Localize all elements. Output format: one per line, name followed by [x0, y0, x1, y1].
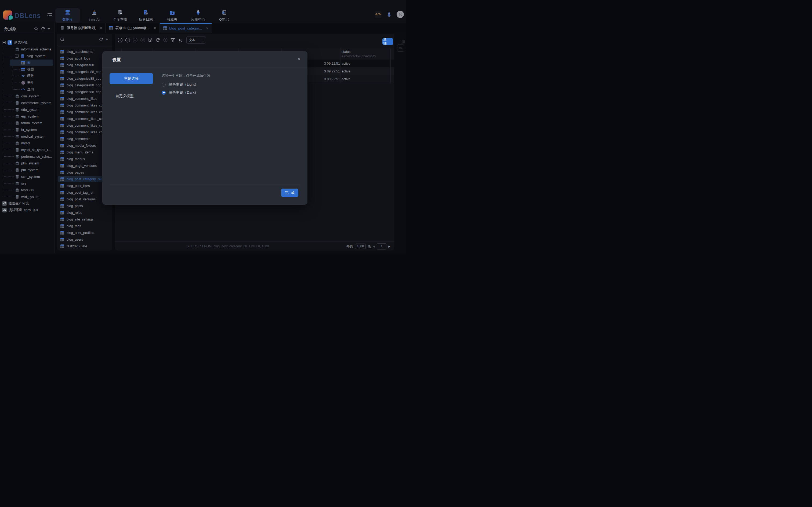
table-icon — [60, 70, 64, 74]
search-icon[interactable] — [60, 37, 65, 42]
theme-option-dark[interactable]: 深色主题（Dark） — [162, 90, 198, 95]
tree-item-information-schema[interactable]: information_schema — [0, 46, 54, 53]
code-icon[interactable]: </> — [374, 11, 382, 18]
refresh-icon[interactable] — [41, 26, 45, 31]
done-button[interactable]: 完 成 — [281, 188, 298, 197]
rocket-icon[interactable] — [387, 11, 392, 17]
tree-item-测试环境[interactable]: 测试环境 — [0, 39, 54, 46]
table-item-blog_roles[interactable]: blog_roles — [57, 209, 112, 216]
collapse-expander-icon[interactable] — [15, 54, 18, 58]
tree-item-mysql-all-types-t-[interactable]: mysql_all_types_t... — [0, 147, 54, 153]
database-icon: 6"> — [64, 9, 71, 16]
tree-item-函数[interactable]: fx函数 — [0, 73, 54, 79]
tree-item-事件[interactable]: 事件 — [0, 79, 54, 86]
more-icon[interactable]: … — [198, 38, 206, 42]
robot-icon — [91, 10, 98, 17]
tree-item-erp-system[interactable]: erp_system — [0, 113, 54, 120]
close-icon[interactable]: × — [206, 26, 208, 30]
tree-item-pm-system[interactable]: pm_system — [0, 167, 54, 173]
remove-row-icon[interactable] — [125, 38, 130, 43]
tree-item-plm-system[interactable]: plm_system — [0, 160, 54, 167]
modal-nav-theme[interactable]: 主题选择 — [110, 73, 153, 84]
radio-icon-checked[interactable] — [162, 91, 166, 95]
next-page-icon[interactable]: ▶ — [388, 245, 391, 248]
refresh-icon[interactable] — [155, 38, 160, 43]
rollback-icon[interactable] — [140, 38, 145, 43]
plus-icon[interactable]: + — [48, 26, 52, 31]
theme-option-light[interactable]: 浅色主题（Light） — [162, 82, 198, 87]
radio-icon[interactable] — [162, 82, 166, 87]
tree-item-wiki-system[interactable]: wiki_system — [0, 193, 54, 200]
tree-item-medical-system[interactable]: medical_system — [0, 133, 54, 140]
nav-item-app-center[interactable]: 应用中心 — [186, 8, 210, 23]
avatar[interactable] — [397, 11, 404, 18]
database-icon — [20, 54, 25, 58]
tree-item-ecommerce-system[interactable]: ecommerce_system — [0, 100, 54, 106]
database-icon — [15, 121, 19, 125]
sort-icon[interactable] — [178, 38, 183, 43]
modal-nav-custom-model[interactable]: 自定义模型 — [115, 94, 134, 99]
close-icon[interactable]: × — [154, 26, 156, 30]
filter-icon[interactable] — [170, 38, 175, 43]
tree-item-查询[interactable]: </>查询 — [0, 86, 54, 93]
column-header-status[interactable]: status — [342, 50, 350, 54]
tab-blog-post-categor-[interactable]: blog_post_categor... × — [160, 23, 212, 33]
nav-item-robot[interactable]: LensAI — [82, 8, 107, 23]
tree-item-测试环境-copy-001[interactable]: 测试环境_copy_001 — [0, 207, 54, 214]
tree-item-performance-sche-[interactable]: performance_sche... — [0, 153, 54, 160]
tree-item-视图[interactable]: 视图 — [0, 66, 54, 73]
nav-item-favorites-folder[interactable]: 收藏夹 — [160, 8, 185, 23]
tree-item-mysql[interactable]: mysql — [0, 140, 54, 147]
tree-item-表[interactable]: 表 — [0, 59, 54, 66]
tree-item-forum-system[interactable]: forum_system — [0, 120, 54, 126]
tab--[interactable]: 服务器@测试环境 × — [57, 23, 106, 33]
tree-item-hr-system[interactable]: hr_system — [0, 126, 54, 133]
add-row-icon[interactable] — [118, 38, 123, 43]
table-item-test20250204[interactable]: test20250204 — [57, 243, 112, 249]
table-item-blog_users[interactable]: blog_users — [57, 236, 112, 243]
nav-item-history-log[interactable]: 历史日志 — [134, 8, 158, 23]
ddl-icon[interactable]: DDL — [397, 45, 404, 52]
page-size-input[interactable]: 1000 — [355, 243, 366, 249]
plus-icon[interactable]: + — [106, 37, 108, 42]
table-icon — [60, 63, 64, 67]
run-script-icon[interactable] — [148, 38, 153, 43]
tree-item-隧道生产环境[interactable]: 隧道生产环境 — [0, 200, 54, 207]
tree-item-test1213[interactable]: test1213 — [0, 187, 54, 193]
table-item-blog_tags[interactable]: blog_tags — [57, 223, 112, 229]
datasource-tree: 测试环境information_schemablog_system表视图fx函数… — [0, 39, 54, 214]
table-item-blog_user_profiles[interactable]: blog_user_profiles — [57, 229, 112, 236]
tab--blog-system-[interactable]: 表@blog_system@... × — [106, 23, 159, 33]
refresh-icon[interactable] — [99, 37, 103, 42]
db-search-icon — [116, 9, 123, 16]
table-icon — [60, 110, 64, 114]
close-icon[interactable]: × — [298, 57, 300, 62]
table-icon — [60, 211, 64, 215]
grid-view-icon[interactable] — [401, 40, 405, 44]
nav-item-notes[interactable]: Q笔记 — [212, 8, 236, 23]
table-icon — [60, 97, 64, 101]
prev-page-icon[interactable]: ◀ — [373, 245, 375, 248]
table-icon — [60, 184, 64, 188]
close-icon[interactable]: × — [100, 26, 102, 30]
tree-item-crm-system[interactable]: crm_system — [0, 93, 54, 100]
tree-item-edu-system[interactable]: edu_system — [0, 106, 54, 113]
sidebar-collapse-icon[interactable] — [47, 13, 52, 18]
text-mode-button[interactable]: 文本 … — [186, 36, 206, 44]
table-icon — [60, 177, 64, 181]
collapse-expander-icon[interactable] — [2, 41, 6, 44]
queries-icon: </> — [21, 88, 25, 92]
commit-icon[interactable] — [133, 38, 138, 43]
page-number-input[interactable]: 1 — [377, 243, 387, 249]
query-button[interactable]: 查 询 — [383, 38, 393, 45]
cell-status: active — [342, 60, 350, 67]
nav-item-db-search[interactable]: 全库查找 — [108, 8, 133, 23]
tree-item-sys[interactable]: sys — [0, 180, 54, 187]
notes-icon — [220, 9, 227, 16]
nav-item-database[interactable]: 6"> 数据库 — [55, 8, 80, 23]
record-icon[interactable] — [163, 38, 168, 43]
search-icon[interactable] — [34, 26, 39, 31]
tree-item-blog-system[interactable]: blog_system — [0, 53, 54, 59]
tree-item-scm-system[interactable]: scm_system — [0, 173, 54, 180]
table-item-blog_site_settings[interactable]: blog_site_settings — [57, 216, 112, 223]
